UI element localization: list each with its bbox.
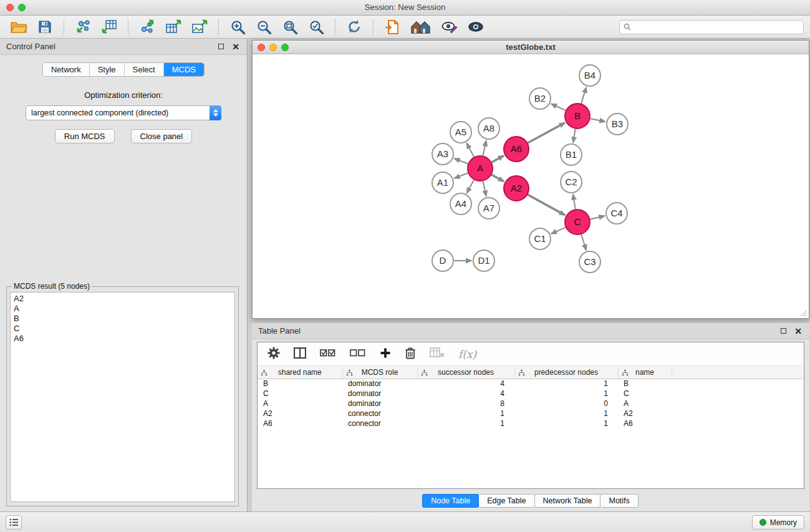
result-item[interactable]: B — [14, 314, 231, 324]
resize-grip-icon[interactable] — [800, 309, 808, 317]
graph-node-A[interactable]: A — [468, 156, 493, 181]
function-builder-button[interactable]: f(x) — [458, 348, 476, 360]
zoom-in-button[interactable] — [226, 17, 249, 36]
column-header-successor-nodes[interactable]: successor nodes — [417, 366, 514, 379]
graph-node-B1[interactable]: B1 — [561, 144, 582, 165]
table-row[interactable]: Bdominator41B — [258, 379, 804, 389]
table-settings-button[interactable] — [268, 347, 280, 362]
tab-edge-table[interactable]: Edge Table — [478, 494, 534, 508]
column-header-shared-name[interactable]: shared name — [258, 366, 342, 379]
tab-mcds[interactable]: MCDS — [164, 63, 204, 76]
home-button[interactable] — [407, 17, 435, 36]
graph-node-A2[interactable]: A2 — [504, 176, 529, 201]
graph-node-A1[interactable]: A1 — [432, 172, 453, 193]
graph-node-A5[interactable]: A5 — [450, 122, 471, 143]
tab-node-table[interactable]: Node Table — [422, 494, 479, 508]
annotation-button[interactable] — [438, 17, 461, 36]
save-session-button[interactable] — [34, 17, 56, 36]
zoom-window-button[interactable] — [18, 4, 26, 11]
graph-edge-C-C3[interactable] — [581, 235, 586, 250]
mcds-result-list[interactable]: A2 A B C A6 — [10, 292, 235, 502]
graph-node-C1[interactable]: C1 — [529, 228, 551, 249]
graph-node-B3[interactable]: B3 — [607, 114, 628, 135]
import-network-button[interactable] — [72, 17, 94, 36]
graph-node-D1[interactable]: D1 — [473, 250, 494, 271]
graph-edge-C-C1[interactable] — [551, 228, 566, 234]
graph-node-B[interactable]: B — [565, 104, 590, 128]
graph-node-A6[interactable]: A6 — [504, 137, 529, 162]
table-row[interactable]: A6connector11A6 — [258, 418, 804, 428]
close-panel-button-mcds[interactable]: Close panel — [131, 129, 193, 143]
graph-node-B2[interactable]: B2 — [529, 88, 551, 109]
graph-node-A3[interactable]: A3 — [432, 143, 453, 165]
graph-edge-A6-B[interactable] — [528, 123, 565, 143]
task-history-button[interactable] — [6, 515, 22, 530]
tab-motifs[interactable]: Motifs — [600, 494, 638, 508]
import-table-button[interactable] — [98, 17, 120, 36]
close-window-button[interactable] — [6, 4, 14, 11]
refresh-view-button[interactable] — [343, 17, 365, 36]
result-item[interactable]: A6 — [14, 334, 231, 344]
graph-node-A8[interactable]: A8 — [478, 118, 499, 139]
column-header-predecessor-nodes[interactable]: predecessor nodes — [514, 366, 618, 379]
network-zoom-button[interactable] — [281, 44, 289, 51]
column-header-name[interactable]: name — [618, 366, 672, 379]
select-all-button[interactable] — [320, 347, 336, 360]
graph-node-A7[interactable]: A7 — [478, 198, 499, 219]
graph-node-C4[interactable]: C4 — [606, 203, 627, 224]
float-panel-button[interactable] — [216, 42, 226, 52]
table-row[interactable]: A2connector11A2 — [258, 409, 804, 418]
graph-edge-B-B2[interactable] — [551, 104, 566, 111]
graph-node-A4[interactable]: A4 — [450, 193, 471, 215]
graph-node-C2[interactable]: C2 — [561, 172, 582, 193]
show-columns-button[interactable] — [294, 347, 306, 361]
graph-edge-B-B3[interactable] — [591, 118, 605, 122]
close-table-panel-button[interactable]: ✕ — [793, 326, 803, 336]
tab-select[interactable]: Select — [125, 63, 164, 76]
graph-edge-A-A3[interactable] — [455, 158, 468, 163]
result-item[interactable]: A — [14, 304, 231, 314]
graph-edge-A-A1[interactable] — [455, 173, 468, 178]
close-panel-button[interactable]: ✕ — [231, 42, 241, 52]
zoom-fit-button[interactable] — [279, 17, 301, 36]
delete-row-button[interactable] — [405, 347, 416, 362]
tab-style[interactable]: Style — [90, 63, 125, 76]
graph-edge-A-A6[interactable] — [492, 156, 504, 162]
network-canvas[interactable]: B4B2BB3A5A8A6A3B1AA1C2A2A4A7C4CC1C3DD1 — [253, 55, 808, 317]
graph-edge-C-C2[interactable] — [573, 195, 576, 210]
float-table-panel-button[interactable] — [778, 326, 788, 336]
zoom-selected-button[interactable] — [305, 17, 327, 36]
graph-edge-A2-C[interactable] — [528, 195, 565, 215]
tab-network[interactable]: Network — [43, 63, 90, 76]
network-graph[interactable]: B4B2BB3A5A8A6A3B1AA1C2A2A4A7C4CC1C3DD1 — [253, 55, 808, 318]
graph-node-C3[interactable]: C3 — [579, 251, 600, 273]
zoom-out-button[interactable] — [253, 17, 275, 36]
export-table-button[interactable] — [162, 17, 185, 36]
result-item[interactable]: C — [14, 324, 231, 334]
open-file-button[interactable] — [7, 17, 30, 36]
network-minimize-button[interactable] — [269, 44, 277, 51]
graph-edge-B-B1[interactable] — [573, 129, 576, 143]
graph-edge-A-A7[interactable] — [483, 181, 486, 196]
network-close-button[interactable] — [258, 44, 265, 51]
delete-table-button[interactable] — [430, 347, 445, 360]
search-input[interactable] — [619, 20, 804, 34]
optimization-criterion-select[interactable]: largest connected component (directed) — [26, 105, 221, 120]
tab-network-table[interactable]: Network Table — [534, 494, 601, 508]
graph-node-B4[interactable]: B4 — [579, 65, 600, 86]
memory-button[interactable]: Memory — [752, 515, 804, 530]
add-row-button[interactable] — [380, 347, 391, 361]
export-network-button[interactable] — [136, 17, 158, 36]
column-header-mcds-role[interactable]: MCDS role — [342, 366, 417, 379]
show-graphics-button[interactable] — [465, 17, 487, 36]
export-image-button[interactable] — [188, 17, 211, 36]
graph-node-D[interactable]: D — [432, 250, 453, 271]
table-row[interactable]: Cdominator41C — [258, 389, 804, 399]
graph-node-C[interactable]: C — [565, 210, 590, 235]
graph-edge-A-A4[interactable] — [467, 180, 474, 193]
graph-edge-B-B4[interactable] — [581, 87, 586, 104]
graph-edge-A-A5[interactable] — [466, 143, 474, 157]
run-mcds-button[interactable]: Run MCDS — [55, 129, 115, 143]
result-item[interactable]: A2 — [14, 294, 231, 304]
unselect-all-button[interactable] — [350, 347, 366, 360]
